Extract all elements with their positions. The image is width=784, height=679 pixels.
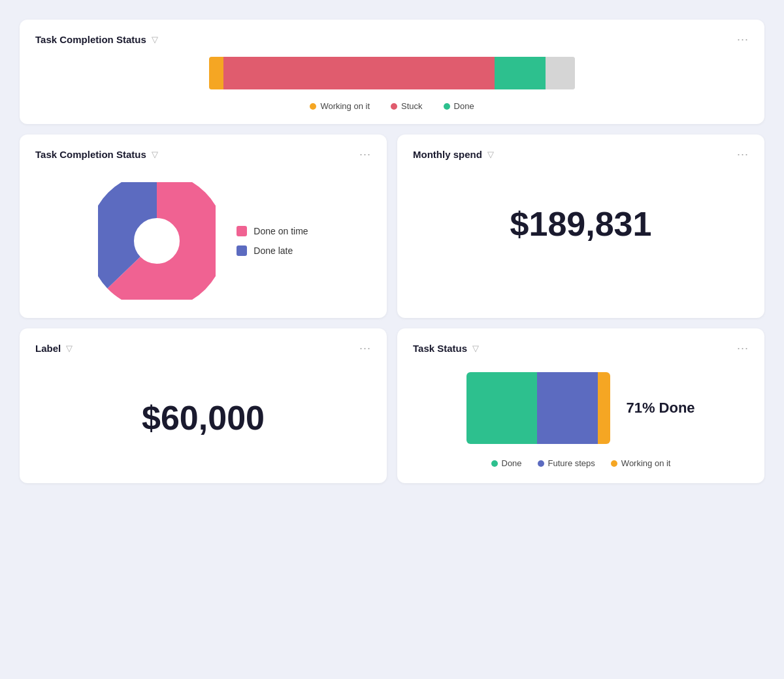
task-status-title: Task Status: [413, 343, 467, 354]
monthly-spend-card: Monthly spend ▽ ··· $189,831: [397, 134, 764, 318]
top-card-more-icon[interactable]: ···: [737, 33, 749, 46]
label-card-value: $60,000: [35, 366, 371, 470]
legend-stuck: Stuck: [391, 101, 423, 111]
empty-segment: [546, 57, 575, 89]
monthly-spend-title-group: Monthly spend ▽: [413, 149, 494, 160]
working-on-it-dot: [310, 103, 316, 110]
ts-future-label: Future steps: [548, 458, 595, 468]
top-card-title-group: Task Completion Status ▽: [35, 34, 158, 45]
pie-card-header: Task Completion Status ▽ ···: [35, 148, 371, 161]
task-status-bar: [466, 372, 610, 444]
ts-working-label: Working on it: [621, 458, 671, 468]
pie-card-more-icon[interactable]: ···: [359, 148, 371, 161]
task-status-content: 71% Done: [413, 366, 749, 449]
task-status-filter-icon[interactable]: ▽: [472, 343, 479, 353]
done-late-label: Done late: [253, 245, 293, 256]
ts-done-label: Done: [502, 458, 522, 468]
future-v-segment: [537, 372, 597, 444]
task-status-more-icon[interactable]: ···: [737, 341, 749, 355]
ts-working-dot: [611, 460, 617, 467]
stuck-dot: [391, 103, 397, 110]
legend-done: Done: [444, 101, 474, 111]
top-card-title: Task Completion Status: [35, 34, 146, 45]
label-card-title: Label: [35, 343, 61, 354]
monthly-spend-filter-icon[interactable]: ▽: [487, 150, 494, 159]
label-card-header: Label ▽ ···: [35, 341, 371, 355]
ts-legend-done: Done: [491, 458, 522, 468]
monthly-spend-title: Monthly spend: [413, 149, 482, 160]
monthly-spend-header: Monthly spend ▽ ···: [413, 148, 749, 161]
pie-card: Task Completion Status ▽ ··· Done on tim…: [20, 134, 387, 318]
working-on-it-label: Working on it: [320, 101, 370, 111]
top-card-filter-icon[interactable]: ▽: [152, 35, 158, 44]
pie-card-title-group: Task Completion Status ▽: [35, 149, 158, 160]
done-v-segment: [466, 372, 537, 444]
pie-card-filter-icon[interactable]: ▽: [152, 150, 158, 159]
done-dot: [444, 103, 450, 110]
bottom-row: Label ▽ ··· $60,000 Task Status ▽ ···: [20, 328, 764, 483]
pie-card-title: Task Completion Status: [35, 149, 146, 160]
monthly-spend-value: $189,831: [413, 172, 749, 276]
pie-legend-done-on-time: Done on time: [237, 226, 308, 236]
top-bar-legend: Working on it Stuck Done: [35, 101, 749, 111]
task-status-title-group: Task Status ▽: [413, 343, 479, 354]
working-on-it-segment: [209, 57, 223, 89]
top-card-header: Task Completion Status ▽ ···: [35, 33, 749, 46]
top-task-completion-card: Task Completion Status ▽ ··· Working on …: [20, 20, 764, 124]
task-status-header: Task Status ▽ ···: [413, 341, 749, 355]
label-card: Label ▽ ··· $60,000: [20, 328, 387, 483]
done-segment: [495, 57, 546, 89]
ts-future-dot: [538, 460, 544, 467]
pie-legend-done-late: Done late: [237, 245, 308, 256]
done-label: Done: [454, 101, 474, 111]
done-pct-label: 71% Done: [626, 400, 694, 417]
pie-container: Done on time Done late: [35, 172, 371, 305]
top-stacked-bar: [209, 57, 575, 89]
pie-legend: Done on time Done late: [237, 226, 308, 256]
label-card-more-icon[interactable]: ···: [359, 341, 371, 355]
top-bar-chart-container: [35, 57, 749, 89]
pie-chart-svg: [98, 182, 216, 300]
stuck-label: Stuck: [401, 101, 423, 111]
ts-done-dot: [491, 460, 498, 467]
middle-row: Task Completion Status ▽ ··· Done on tim…: [20, 134, 764, 318]
done-on-time-label: Done on time: [253, 226, 308, 236]
monthly-spend-more-icon[interactable]: ···: [737, 148, 749, 161]
done-late-square: [237, 245, 247, 256]
ts-legend-future: Future steps: [538, 458, 595, 468]
task-status-legend: Done Future steps Working on it: [413, 458, 749, 468]
working-v-segment: [598, 372, 611, 444]
legend-working-on-it: Working on it: [310, 101, 370, 111]
label-card-filter-icon[interactable]: ▽: [66, 343, 73, 353]
ts-legend-working: Working on it: [611, 458, 671, 468]
stuck-segment: [223, 57, 494, 89]
task-status-card: Task Status ▽ ··· 71% Done Done: [397, 328, 764, 483]
label-card-title-group: Label ▽: [35, 343, 73, 354]
done-on-time-square: [237, 226, 247, 236]
